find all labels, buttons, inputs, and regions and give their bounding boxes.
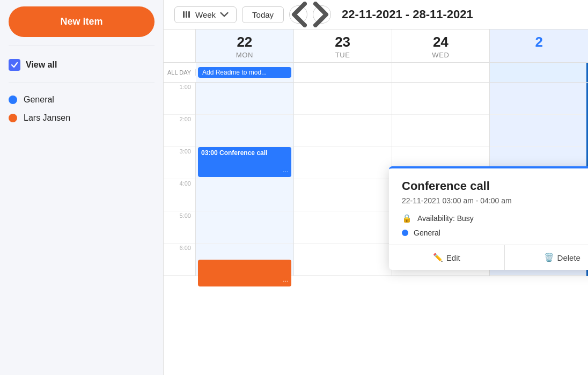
next-button[interactable] (313, 5, 331, 24)
day-header-tue: 23 Tue (294, 30, 392, 62)
view-label: Week (195, 10, 216, 19)
mon-slot-2[interactable] (196, 115, 293, 147)
chevron-down-icon (220, 10, 229, 19)
new-item-button[interactable]: New item (9, 6, 155, 37)
svg-rect-1 (186, 11, 187, 18)
divider-1 (9, 46, 155, 46)
allday-cell-25 (490, 63, 588, 82)
lars-dot (9, 114, 17, 122)
svg-rect-0 (183, 11, 185, 18)
calendar-main: Week Today 22-11-2021 - 28-11-2021 22 Mo… (164, 0, 588, 375)
week-grid-icon (182, 10, 191, 19)
edit-button[interactable]: ✏️ Edit (389, 245, 505, 270)
checkmark-icon (11, 61, 18, 69)
today-button[interactable]: Today (242, 6, 284, 23)
svg-rect-2 (188, 11, 190, 18)
toolbar: Week Today 22-11-2021 - 28-11-2021 (164, 0, 588, 30)
chevron-right-icon (313, 2, 330, 27)
allday-label: ALL DAY (164, 69, 196, 76)
time-slot-300: 3:00 (164, 147, 195, 179)
allday-event[interactable]: Add Readme to mod... (198, 67, 291, 78)
lars-event[interactable]: ⋯ (198, 260, 291, 286)
delete-label: Delete (557, 253, 580, 262)
time-slot-500: 5:00 (164, 211, 195, 244)
divider-2 (9, 83, 155, 83)
edit-label: Edit (446, 253, 460, 262)
allday-row: ALL DAY Add Readme to mod... (164, 63, 588, 83)
day-name-wed: Wed (432, 51, 449, 59)
lock-icon: 🔒 (402, 214, 412, 223)
sidebar: New item View all General Lars Jansen (0, 0, 164, 375)
allday-cell-mon[interactable]: Add Readme to mod... (196, 63, 294, 82)
day-num-wed: 24 (392, 34, 490, 50)
general-dot (9, 95, 17, 104)
calendar-general[interactable]: General (9, 91, 155, 109)
day-col-mon: 03:00 Conference call ⋯ ⋯ (196, 83, 294, 276)
day-num-25: 2 (490, 34, 588, 50)
event-popup: Conference call 22-11-2021 03:00 am - 04… (389, 166, 588, 270)
time-slot-200: 2:00 (164, 115, 195, 147)
popup-calendar-dot (402, 230, 408, 236)
popup-date: 22-11-2021 03:00 am - 04:00 am (402, 196, 588, 205)
view-all-row[interactable]: View all (9, 54, 155, 76)
popup-calendar-label: General (414, 229, 440, 237)
allday-cell-tue (294, 63, 392, 82)
conference-call-label: 03:00 Conference call (201, 149, 267, 157)
chevron-left-icon (290, 2, 307, 27)
allday-cell-wed (392, 63, 490, 82)
time-slot-600: 6:00 (164, 244, 195, 276)
lars-label: Lars Jansen (24, 113, 70, 123)
day-headers: 22 Mon 23 Tue 24 Wed 2 (164, 30, 588, 63)
date-range: 22-11-2021 - 28-11-2021 (342, 8, 473, 21)
delete-button[interactable]: 🗑️ Delete (505, 245, 589, 270)
day-name-tue: Tue (335, 51, 350, 59)
view-all-label: View all (26, 60, 57, 70)
popup-availability-row: 🔒 Availability: Busy (402, 214, 588, 223)
conference-call-event[interactable]: 03:00 Conference call ⋯ (198, 147, 291, 177)
day-name-mon: Mon (236, 51, 253, 59)
day-header-wed: 24 Wed (392, 30, 490, 62)
mon-slot-4[interactable] (196, 179, 293, 211)
day-num-tue: 23 (294, 34, 392, 50)
day-header-mon: 22 Mon (196, 30, 294, 62)
mon-slot-1[interactable] (196, 83, 293, 115)
mon-slot-5[interactable] (196, 211, 293, 244)
calendar-lars[interactable]: Lars Jansen (9, 109, 155, 127)
prev-button[interactable] (289, 5, 307, 24)
day-num-mon: 22 (196, 34, 293, 50)
popup-body: Conference call 22-11-2021 03:00 am - 04… (389, 168, 588, 237)
general-label: General (24, 95, 54, 105)
day-col-tue (294, 83, 392, 276)
popup-availability: Availability: Busy (417, 214, 474, 223)
popup-title: Conference call (402, 179, 588, 193)
time-column: 1:00 2:00 3:00 4:00 5:00 6:00 (164, 83, 196, 276)
time-slot-400: 4:00 (164, 179, 195, 211)
view-selector[interactable]: Week (174, 6, 237, 23)
trash-icon: 🗑️ (544, 253, 554, 262)
day-header-25: 2 (490, 30, 588, 62)
popup-footer: ✏️ Edit 🗑️ Delete (389, 245, 588, 270)
view-all-checkbox (9, 59, 20, 71)
header-spacer (164, 30, 196, 62)
time-slot-100: 1:00 (164, 83, 195, 115)
pencil-icon: ✏️ (433, 253, 443, 262)
popup-calendar-row: General (402, 229, 588, 237)
